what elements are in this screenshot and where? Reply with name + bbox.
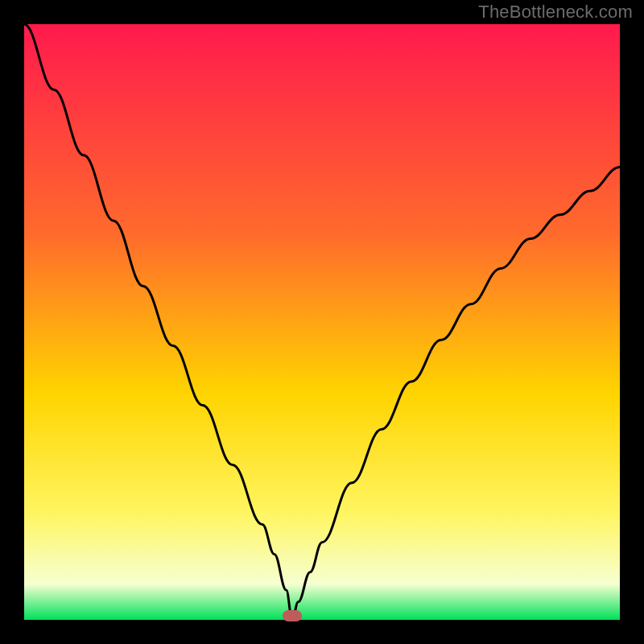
- watermark-text: TheBottleneck.com: [478, 2, 633, 23]
- optimal-marker: [283, 610, 302, 621]
- chart-frame: TheBottleneck.com: [0, 0, 644, 644]
- plot-area: [24, 24, 620, 620]
- chart-svg: [24, 24, 620, 620]
- gradient-background: [24, 24, 620, 620]
